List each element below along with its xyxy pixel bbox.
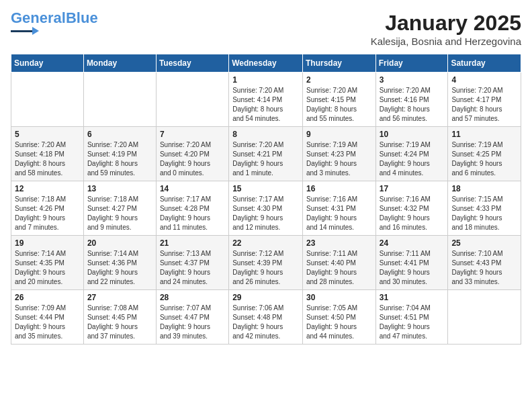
calendar-cell: 31Sunrise: 7:04 AM Sunset: 4:51 PM Dayli… (375, 290, 448, 345)
day-info: Sunrise: 7:09 AM Sunset: 4:44 PM Dayligh… (15, 304, 80, 341)
day-info: Sunrise: 7:20 AM Sunset: 4:17 PM Dayligh… (451, 86, 517, 124)
calendar-cell: 3Sunrise: 7:20 AM Sunset: 4:16 PM Daylig… (375, 73, 448, 127)
calendar-cell: 22Sunrise: 7:12 AM Sunset: 4:39 PM Dayli… (229, 236, 303, 290)
calendar-header-row: SundayMondayTuesdayWednesdayThursdayFrid… (11, 54, 521, 73)
day-info: Sunrise: 7:20 AM Sunset: 4:21 PM Dayligh… (232, 140, 299, 178)
day-number: 13 (87, 184, 152, 193)
location: Kalesija, Bosnia and Herzegovina (371, 36, 521, 47)
day-number: 18 (451, 184, 517, 193)
calendar-cell: 2Sunrise: 7:20 AM Sunset: 4:15 PM Daylig… (302, 73, 375, 127)
calendar-cell: 21Sunrise: 7:13 AM Sunset: 4:37 PM Dayli… (156, 236, 228, 290)
calendar-header-saturday: Saturday (448, 54, 521, 73)
day-info: Sunrise: 7:14 AM Sunset: 4:36 PM Dayligh… (87, 249, 152, 287)
calendar-cell: 18Sunrise: 7:15 AM Sunset: 4:33 PM Dayli… (448, 181, 521, 236)
day-number: 28 (160, 293, 225, 302)
calendar-cell: 28Sunrise: 7:07 AM Sunset: 4:47 PM Dayli… (156, 290, 228, 345)
calendar-cell: 24Sunrise: 7:11 AM Sunset: 4:41 PM Dayli… (375, 236, 448, 290)
day-number: 2 (306, 75, 372, 85)
calendar-week-4: 19Sunrise: 7:14 AM Sunset: 4:35 PM Dayli… (11, 236, 521, 290)
calendar-week-1: 1Sunrise: 7:20 AM Sunset: 4:14 PM Daylig… (11, 73, 521, 127)
day-info: Sunrise: 7:16 AM Sunset: 4:32 PM Dayligh… (380, 195, 445, 232)
day-number: 4 (451, 75, 517, 85)
title-block: January 2025 Kalesija, Bosnia and Herzeg… (371, 11, 521, 47)
calendar-cell: 19Sunrise: 7:14 AM Sunset: 4:35 PM Dayli… (11, 236, 84, 290)
day-number: 12 (15, 184, 80, 193)
day-info: Sunrise: 7:14 AM Sunset: 4:35 PM Dayligh… (15, 249, 80, 287)
day-number: 29 (232, 293, 299, 302)
calendar-cell: 27Sunrise: 7:08 AM Sunset: 4:45 PM Dayli… (83, 290, 156, 345)
day-info: Sunrise: 7:11 AM Sunset: 4:41 PM Dayligh… (380, 249, 445, 287)
day-number: 7 (160, 130, 225, 139)
calendar-cell: 23Sunrise: 7:11 AM Sunset: 4:40 PM Dayli… (302, 236, 375, 290)
day-info: Sunrise: 7:18 AM Sunset: 4:26 PM Dayligh… (15, 195, 80, 232)
logo-text: GeneralBlue (11, 11, 98, 26)
day-number: 1 (232, 75, 299, 85)
calendar-cell: 29Sunrise: 7:06 AM Sunset: 4:48 PM Dayli… (229, 290, 303, 345)
day-number: 8 (232, 130, 299, 139)
day-info: Sunrise: 7:19 AM Sunset: 4:24 PM Dayligh… (380, 140, 445, 178)
day-info: Sunrise: 7:15 AM Sunset: 4:33 PM Dayligh… (451, 195, 517, 232)
day-number: 19 (15, 238, 80, 248)
day-info: Sunrise: 7:19 AM Sunset: 4:25 PM Dayligh… (451, 140, 517, 178)
calendar-week-3: 12Sunrise: 7:18 AM Sunset: 4:26 PM Dayli… (11, 181, 521, 236)
day-info: Sunrise: 7:12 AM Sunset: 4:39 PM Dayligh… (232, 249, 299, 287)
calendar-cell: 10Sunrise: 7:19 AM Sunset: 4:24 PM Dayli… (375, 127, 448, 181)
calendar-cell: 26Sunrise: 7:09 AM Sunset: 4:44 PM Dayli… (11, 290, 84, 345)
day-info: Sunrise: 7:17 AM Sunset: 4:30 PM Dayligh… (232, 195, 299, 232)
calendar-cell: 11Sunrise: 7:19 AM Sunset: 4:25 PM Dayli… (448, 127, 521, 181)
day-info: Sunrise: 7:08 AM Sunset: 4:45 PM Dayligh… (87, 304, 152, 341)
calendar-cell: 6Sunrise: 7:20 AM Sunset: 4:19 PM Daylig… (83, 127, 156, 181)
calendar-cell: 16Sunrise: 7:16 AM Sunset: 4:31 PM Dayli… (302, 181, 375, 236)
day-info: Sunrise: 7:19 AM Sunset: 4:23 PM Dayligh… (306, 140, 372, 178)
day-number: 27 (87, 293, 152, 302)
day-number: 5 (15, 130, 80, 139)
calendar-header-friday: Friday (375, 54, 448, 73)
calendar-cell: 1Sunrise: 7:20 AM Sunset: 4:14 PM Daylig… (229, 73, 303, 127)
calendar-cell: 25Sunrise: 7:10 AM Sunset: 4:43 PM Dayli… (448, 236, 521, 290)
calendar-cell: 8Sunrise: 7:20 AM Sunset: 4:21 PM Daylig… (229, 127, 303, 181)
day-number: 11 (451, 130, 517, 139)
day-number: 21 (160, 238, 225, 248)
calendar-cell: 30Sunrise: 7:05 AM Sunset: 4:50 PM Dayli… (302, 290, 375, 345)
day-number: 14 (160, 184, 225, 193)
day-info: Sunrise: 7:20 AM Sunset: 4:20 PM Dayligh… (160, 140, 225, 178)
day-info: Sunrise: 7:11 AM Sunset: 4:40 PM Dayligh… (306, 249, 372, 287)
day-info: Sunrise: 7:20 AM Sunset: 4:16 PM Dayligh… (380, 86, 445, 124)
day-number: 24 (380, 238, 445, 248)
calendar-cell: 5Sunrise: 7:20 AM Sunset: 4:18 PM Daylig… (11, 127, 84, 181)
day-info: Sunrise: 7:06 AM Sunset: 4:48 PM Dayligh… (232, 304, 299, 341)
calendar-header-sunday: Sunday (11, 54, 84, 73)
calendar-cell: 4Sunrise: 7:20 AM Sunset: 4:17 PM Daylig… (448, 73, 521, 127)
calendar-week-5: 26Sunrise: 7:09 AM Sunset: 4:44 PM Dayli… (11, 290, 521, 345)
calendar-cell: 7Sunrise: 7:20 AM Sunset: 4:20 PM Daylig… (156, 127, 228, 181)
day-number: 3 (380, 75, 445, 85)
day-info: Sunrise: 7:13 AM Sunset: 4:37 PM Dayligh… (160, 249, 225, 287)
calendar-table: SundayMondayTuesdayWednesdayThursdayFrid… (11, 54, 521, 345)
day-number: 17 (380, 184, 445, 193)
calendar-week-2: 5Sunrise: 7:20 AM Sunset: 4:18 PM Daylig… (11, 127, 521, 181)
calendar-header-monday: Monday (83, 54, 156, 73)
logo: GeneralBlue (11, 11, 98, 35)
logo-blue: Blue (66, 9, 98, 26)
calendar-header-wednesday: Wednesday (229, 54, 303, 73)
day-info: Sunrise: 7:20 AM Sunset: 4:14 PM Dayligh… (232, 86, 299, 124)
calendar-cell: 14Sunrise: 7:17 AM Sunset: 4:28 PM Dayli… (156, 181, 228, 236)
calendar-header-tuesday: Tuesday (156, 54, 228, 73)
calendar-header-thursday: Thursday (302, 54, 375, 73)
calendar-cell: 9Sunrise: 7:19 AM Sunset: 4:23 PM Daylig… (302, 127, 375, 181)
calendar-cell (83, 73, 156, 127)
day-info: Sunrise: 7:20 AM Sunset: 4:15 PM Dayligh… (306, 86, 372, 124)
day-number: 25 (451, 238, 517, 248)
logo-general: General (11, 9, 66, 26)
day-number: 31 (380, 293, 445, 302)
page-header: GeneralBlue January 2025 Kalesija, Bosni… (11, 11, 521, 47)
calendar-cell (156, 73, 228, 127)
day-number: 30 (306, 293, 372, 302)
calendar-cell: 13Sunrise: 7:18 AM Sunset: 4:27 PM Dayli… (83, 181, 156, 236)
day-info: Sunrise: 7:10 AM Sunset: 4:43 PM Dayligh… (451, 249, 517, 287)
month-title: January 2025 (371, 11, 521, 36)
day-info: Sunrise: 7:18 AM Sunset: 4:27 PM Dayligh… (87, 195, 152, 232)
day-info: Sunrise: 7:04 AM Sunset: 4:51 PM Dayligh… (380, 304, 445, 341)
day-number: 15 (232, 184, 299, 193)
calendar-cell (11, 73, 84, 127)
